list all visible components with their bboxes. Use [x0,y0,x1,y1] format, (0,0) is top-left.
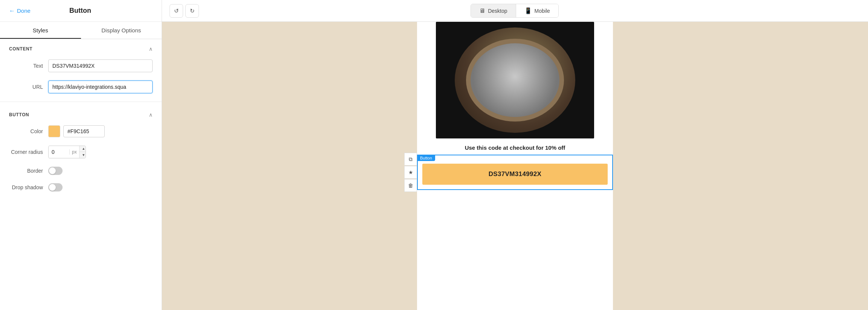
px-unit-label: px [69,149,79,155]
tabs-row: Styles Display Options [0,22,162,39]
delete-float-icon: 🗑 [408,182,413,188]
star-float-icon: ★ [408,169,413,175]
float-actions: ⧉ ★ 🗑 [404,153,417,192]
copy-float-button[interactable]: ⧉ [404,153,417,166]
content-collapse-icon[interactable]: ∧ [149,46,153,52]
favorite-float-button[interactable]: ★ [404,166,417,179]
checkout-text: Use this code at checkout for 10% off [457,138,573,155]
tab-display-options[interactable]: Display Options [81,22,162,39]
drop-shadow-toggle[interactable] [48,183,63,191]
left-panel: ← Done Button Styles Display Options CON… [0,0,162,310]
product-image [436,22,594,138]
mobile-button[interactable]: 📱 Mobile [516,4,558,17]
desktop-button[interactable]: 🖥 Desktop [471,4,515,17]
done-label: Done [17,8,31,14]
device-toggle: 🖥 Desktop 📱 Mobile [471,4,559,18]
button-section-header: BUTTON ∧ [0,105,162,122]
text-input[interactable] [48,59,153,72]
canvas-center: Use this code at checkout for 10% off Bu… [417,22,613,310]
canvas-content: Use this code at checkout for 10% off Bu… [162,22,868,310]
main-toolbar: ↺ ↻ 🖥 Desktop 📱 Mobile [162,0,868,22]
url-label: URL [9,84,43,90]
color-row: Color [0,122,162,140]
drop-shadow-toggle-wrap [48,183,63,191]
main-area: ↺ ↻ 🖥 Desktop 📱 Mobile [162,0,868,310]
redo-icon: ↻ [190,8,195,14]
border-row: Border [0,164,162,178]
tab-styles[interactable]: Styles [0,22,81,39]
corner-radius-row: Corner radius px ▲ ▼ [0,143,162,161]
border-label: Border [9,168,43,174]
color-swatch[interactable] [48,125,60,137]
button-tag-label: Button [417,155,435,161]
done-button[interactable]: ← Done [9,8,31,14]
corner-radius-label: Corner radius [9,149,43,155]
button-collapse-icon[interactable]: ∧ [149,112,153,118]
url-field-row: URL [0,78,162,96]
canvas-right-bg [613,22,868,310]
canvas-area: Use this code at checkout for 10% off Bu… [162,22,868,310]
border-toggle-wrap [48,167,63,175]
color-label: Color [9,128,43,134]
delete-float-button[interactable]: 🗑 [404,179,417,192]
redo-button[interactable]: ↻ [185,4,199,18]
mobile-icon: 📱 [524,7,532,14]
corner-radius-input-wrap: px ▲ ▼ [48,146,86,158]
undo-icon: ↺ [174,8,179,14]
coupon-button-text: DS37VM314992X [489,170,542,178]
toolbar-left: ↺ ↻ [170,4,199,18]
copy-float-icon: ⧉ [409,156,413,163]
spice-bowl-decoration [455,27,575,133]
back-arrow-icon: ← [9,8,15,14]
corner-radius-increment[interactable]: ▲ [79,146,86,152]
undo-button[interactable]: ↺ [170,4,183,18]
corner-radius-decrement[interactable]: ▼ [79,152,86,158]
section-divider [0,102,162,102]
drop-shadow-row: Drop shadow [0,180,162,195]
corner-radius-input[interactable] [49,146,69,158]
panel-header: ← Done Button [0,0,162,22]
text-field-row: Text [0,56,162,75]
bowl-inner [466,39,564,122]
color-input[interactable] [63,125,105,137]
border-toggle[interactable] [48,167,63,175]
panel-title: Button [69,7,91,15]
desktop-icon: 🖥 [479,8,485,14]
url-input[interactable] [48,81,153,93]
desktop-label: Desktop [488,8,507,14]
button-section-title: BUTTON [9,112,29,117]
corner-radius-stepper: ▲ ▼ [79,146,86,158]
drop-shadow-label: Drop shadow [9,184,43,190]
coupon-button[interactable]: DS37VM314992X [422,164,608,185]
text-label: Text [9,63,43,69]
content-section-header: CONTENT ∧ [0,39,162,56]
content-section-title: CONTENT [9,46,32,52]
button-section-selected: Button ⧉ ★ 🗑 DS37VM31 [417,155,613,190]
mobile-label: Mobile [535,8,550,14]
canvas-left-bg [162,22,417,310]
